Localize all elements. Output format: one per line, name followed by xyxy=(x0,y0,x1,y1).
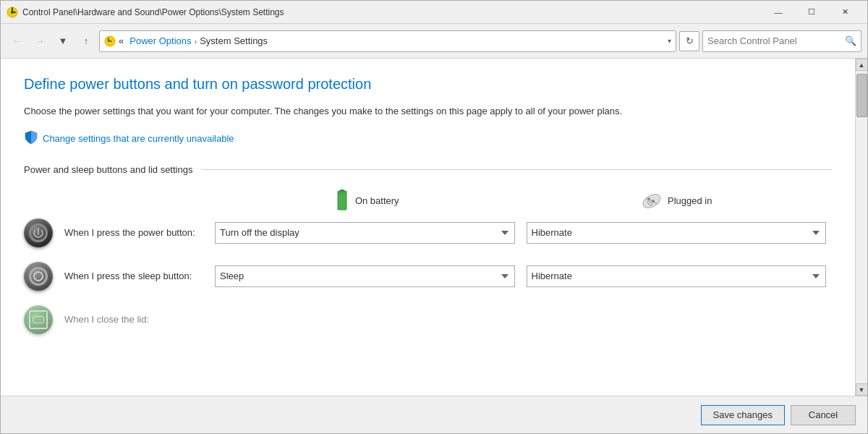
svg-point-9 xyxy=(647,197,650,200)
power-button-plugged-in-wrapper: Do nothing Sleep Hibernate Shut down Tur… xyxy=(521,222,833,244)
plugged-in-label: Plugged in xyxy=(668,195,712,206)
up-button[interactable]: ↑ xyxy=(76,31,96,51)
forward-button[interactable]: → xyxy=(30,31,50,51)
power-button-on-battery-dropdown[interactable]: Do nothing Sleep Hibernate Shut down Tur… xyxy=(215,222,515,244)
recent-button[interactable]: ▼ xyxy=(53,31,73,51)
column-headers: On battery Plugged in xyxy=(212,190,832,213)
on-battery-header: On battery xyxy=(212,190,522,213)
maximize-button[interactable]: ☐ xyxy=(795,1,828,24)
power-button-label: When I press the power button: xyxy=(64,227,209,238)
address-bar: ← → ▼ ↑ « Power Options › System Setting… xyxy=(1,24,867,59)
scroll-down-button[interactable]: ▼ xyxy=(856,383,868,396)
sleep-button-on-battery-wrapper: Do nothing Sleep Hibernate Shut down Tur… xyxy=(209,265,521,287)
search-bar: 🔍 xyxy=(702,30,861,52)
power-button-row: When I press the power button: Do nothin… xyxy=(24,218,832,247)
search-input[interactable] xyxy=(707,35,845,46)
scrollbar: ▲ ▼ xyxy=(855,59,867,396)
window-controls: — ☐ ✕ xyxy=(762,1,861,24)
breadcrumb-chevron-icon[interactable]: ▾ xyxy=(668,37,671,45)
power-button-plugged-in-dropdown[interactable]: Do nothing Sleep Hibernate Shut down Tur… xyxy=(527,222,827,244)
page-title: Define power buttons and turn on passwor… xyxy=(24,76,832,93)
breadcrumb-separator: « xyxy=(119,35,124,46)
section-header: Power and sleep buttons and lid settings xyxy=(24,164,832,175)
svg-rect-5 xyxy=(338,191,346,194)
breadcrumb-parent[interactable]: Power Options xyxy=(129,35,191,46)
shield-uac-icon xyxy=(24,130,38,147)
change-settings-link[interactable]: Change settings that are currently unava… xyxy=(24,130,832,147)
plug-icon xyxy=(642,191,662,211)
power-button-dropdowns: Do nothing Sleep Hibernate Shut down Tur… xyxy=(209,222,832,244)
breadcrumb-current: System Settings xyxy=(200,35,268,46)
lid-icon xyxy=(24,305,53,334)
power-button-icon xyxy=(24,218,53,247)
app-icon xyxy=(7,7,18,18)
scroll-up-button[interactable]: ▲ xyxy=(856,59,868,71)
sleep-button-plugged-in-dropdown[interactable]: Do nothing Sleep Hibernate Shut down Tur… xyxy=(527,265,827,287)
breadcrumb-bar[interactable]: « Power Options › System Settings ▾ xyxy=(99,30,676,52)
page-description: Choose the power settings that you want … xyxy=(24,104,832,119)
change-settings-label[interactable]: Change settings that are currently unava… xyxy=(43,133,234,144)
save-changes-button[interactable]: Save changes xyxy=(701,405,785,425)
power-button-on-battery-wrapper: Do nothing Sleep Hibernate Shut down Tur… xyxy=(209,222,521,244)
sleep-button-icon xyxy=(24,262,53,291)
search-icon: 🔍 xyxy=(845,35,856,46)
main-content: Define power buttons and turn on passwor… xyxy=(1,59,855,396)
lid-row: When I close the lid: Sleep Sleep xyxy=(24,305,832,334)
cancel-button[interactable]: Cancel xyxy=(791,405,856,425)
lid-dropdowns: Sleep Sleep xyxy=(209,309,832,331)
bottom-bar: Save changes Cancel xyxy=(1,396,867,433)
back-button[interactable]: ← xyxy=(7,31,27,51)
sleep-button-label: When I press the sleep button: xyxy=(64,271,209,281)
sleep-button-plugged-in-wrapper: Do nothing Sleep Hibernate Shut down Tur… xyxy=(521,265,833,287)
sleep-button-on-battery-dropdown[interactable]: Do nothing Sleep Hibernate Shut down Tur… xyxy=(215,265,515,287)
sleep-button-row: When I press the sleep button: Do nothin… xyxy=(24,262,832,291)
section-label: Power and sleep buttons and lid settings xyxy=(24,164,192,175)
svg-point-1 xyxy=(11,11,14,14)
lid-label: When I close the lid: xyxy=(64,314,209,325)
on-battery-label: On battery xyxy=(355,195,399,206)
plugged-in-header: Plugged in xyxy=(522,190,833,213)
svg-point-10 xyxy=(652,200,655,203)
scroll-thumb[interactable] xyxy=(856,74,867,117)
section-divider xyxy=(201,169,832,170)
window-title: Control Panel\Hardware and Sound\Power O… xyxy=(22,7,762,17)
titlebar: Control Panel\Hardware and Sound\Power O… xyxy=(1,1,867,24)
breadcrumb-app-icon xyxy=(104,35,116,47)
refresh-button[interactable]: ↻ xyxy=(679,31,699,51)
sleep-button-dropdowns: Do nothing Sleep Hibernate Shut down Tur… xyxy=(209,265,832,287)
minimize-button[interactable]: — xyxy=(762,1,795,24)
close-button[interactable]: ✕ xyxy=(828,1,861,24)
battery-icon xyxy=(335,190,349,213)
breadcrumb-arrow: › xyxy=(195,37,197,46)
